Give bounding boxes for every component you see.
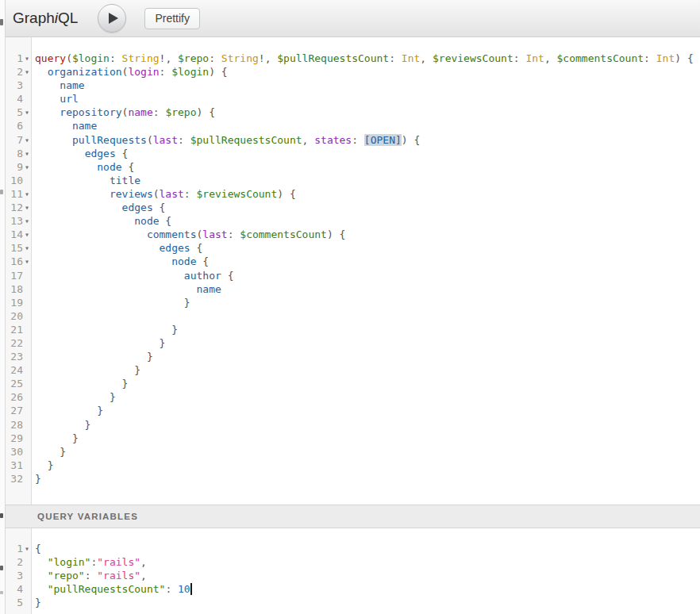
- code-text: [31, 309, 35, 323]
- token-prop: name: [72, 120, 97, 132]
- token-pun: :: [184, 188, 197, 200]
- fold-gutter-spacer: [23, 555, 31, 569]
- line-number: 27: [6, 404, 23, 417]
- query-editor[interactable]: 1▾query($login: String!, $repo: String!,…: [6, 37, 700, 505]
- token-pun: :: [228, 228, 240, 240]
- token-pun: }: [35, 405, 103, 416]
- token-pun: ,: [140, 556, 147, 568]
- token-punsel: [: [364, 134, 371, 146]
- code-line: 8▾ edges {: [6, 147, 700, 160]
- query-variables-title-bar[interactable]: QUERY VARIABLES: [6, 505, 700, 528]
- variables-editor[interactable]: 1▾{2 "login":"rails",3 "repo": "rails",4…: [6, 528, 700, 614]
- fold-arrow-icon[interactable]: ▾: [23, 65, 31, 79]
- token-key: "login": [48, 556, 91, 568]
- fold-arrow-icon[interactable]: ▾: [23, 255, 31, 268]
- token-pun: {: [160, 215, 172, 227]
- line-number: 19: [6, 296, 23, 309]
- code-text: }: [31, 377, 128, 390]
- line-number: 11: [6, 187, 23, 201]
- token-pun: [35, 175, 110, 186]
- fold-gutter-spacer: [23, 350, 31, 363]
- code-text: edges {: [31, 241, 202, 255]
- fold-gutter-spacer: [23, 418, 31, 432]
- token-vr: $reviewsCount: [433, 52, 513, 64]
- token-prop: pullRequests: [72, 134, 147, 146]
- top-bar: GraphiQL Prettify: [6, 0, 700, 37]
- token-pun: }: [35, 378, 128, 390]
- token-pun: [35, 255, 171, 267]
- token-punsel: ]: [395, 134, 402, 146]
- line-number: 30: [6, 445, 23, 459]
- fold-arrow-icon[interactable]: ▾: [23, 52, 31, 65]
- fold-gutter-spacer: [23, 269, 31, 282]
- fold-arrow-icon[interactable]: ▾: [23, 201, 31, 214]
- code-line: 27 }: [6, 404, 700, 417]
- fold-gutter-spacer: [23, 582, 31, 596]
- line-number: 25: [6, 377, 23, 390]
- token-vr: $commentsCount: [557, 52, 644, 64]
- fold-arrow-icon[interactable]: ▾: [23, 241, 31, 255]
- fold-arrow-icon[interactable]: ▾: [23, 106, 31, 119]
- code-text: pullRequests(last: $pullRequestsCount, s…: [31, 133, 420, 147]
- fold-arrow-icon[interactable]: ▾: [23, 147, 31, 160]
- fold-arrow-icon[interactable]: ▾: [23, 133, 31, 147]
- fold-gutter-spacer: [23, 445, 31, 459]
- fold-arrow-icon[interactable]: ▾: [23, 542, 31, 555]
- token-pun: [35, 79, 60, 91]
- line-number: 3: [6, 79, 23, 92]
- token-pun: }: [35, 391, 116, 403]
- token-pun: {: [197, 255, 210, 267]
- token-pun: [35, 270, 184, 282]
- graphiql-main: GraphiQL Prettify 1▾query($login: String…: [6, 0, 700, 614]
- token-prop: node: [134, 215, 159, 227]
- fold-arrow-icon[interactable]: ▾: [23, 160, 31, 174]
- line-number: 15: [6, 241, 23, 255]
- line-number: 5: [6, 596, 23, 609]
- token-pun: :: [110, 52, 122, 64]
- code-line: 19 }: [6, 296, 700, 309]
- line-number: 16: [6, 255, 23, 268]
- code-line: 4 "pullRequestsCount": 10: [6, 582, 700, 596]
- token-pun: }: [35, 337, 165, 349]
- token-vr: $repo: [178, 52, 209, 64]
- fold-arrow-icon[interactable]: ▾: [23, 187, 31, 201]
- code-text: comments(last: $commentsCount) {: [31, 228, 345, 241]
- graphiql-window: GraphiQL Prettify 1▾query($login: String…: [0, 0, 700, 614]
- code-line: 2 "login":"rails",: [6, 555, 700, 569]
- token-pun: ) {: [402, 134, 420, 146]
- token-attr: last: [153, 134, 178, 146]
- code-line: 25 }: [6, 377, 700, 390]
- code-line: 20: [6, 309, 700, 323]
- code-text: name: [31, 79, 85, 92]
- token-pun: [35, 66, 48, 78]
- code-text: "pullRequestsCount": 10: [31, 582, 192, 596]
- background-window-sliver: [0, 0, 6, 614]
- code-line: 13▾ node {: [6, 214, 700, 228]
- code-text: organization(login: $login) {: [31, 65, 228, 79]
- token-num: 10: [178, 583, 190, 595]
- prettify-button[interactable]: Prettify: [144, 8, 200, 29]
- code-line: 23 }: [6, 350, 700, 363]
- code-line: 12▾ edges {: [6, 201, 700, 214]
- line-number: 12: [6, 201, 23, 214]
- fold-arrow-icon[interactable]: ▾: [23, 214, 31, 228]
- code-text: repository(name: $repo) {: [31, 106, 215, 119]
- token-pun: {: [122, 161, 135, 173]
- fold-gutter-spacer: [23, 119, 31, 132]
- code-line: 9▾ node {: [6, 160, 700, 174]
- line-number: 26: [6, 390, 23, 404]
- token-vr: $reviewsCount: [197, 188, 278, 200]
- line-number: 28: [6, 418, 23, 432]
- logo-text: Graph: [13, 10, 55, 26]
- code-text: name: [31, 282, 221, 296]
- token-pun: }: [35, 473, 41, 485]
- token-pun: !,: [259, 52, 277, 64]
- fold-arrow-icon[interactable]: ▾: [23, 228, 31, 241]
- execute-query-button[interactable]: [98, 4, 126, 33]
- fold-gutter-spacer: [23, 296, 31, 309]
- token-attr: login: [128, 66, 159, 78]
- code-line: 5}: [6, 596, 700, 609]
- line-number: 32: [6, 472, 23, 485]
- background-window-mark: [0, 190, 3, 194]
- fold-gutter-spacer: [23, 472, 31, 485]
